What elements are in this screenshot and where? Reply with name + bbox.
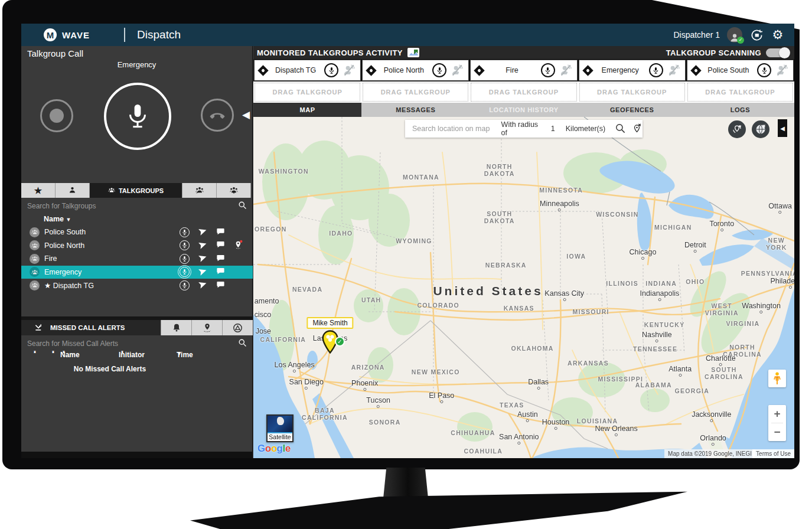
radius-unit-select[interactable]: Kilometer(s) (566, 125, 605, 133)
tab-area-talkgroups[interactable] (217, 183, 251, 198)
missed-call-column-headers: ▲▼ ▲▼ Name▲▼ Initiator▲▼ Time ▼ (21, 351, 253, 360)
search-icon[interactable] (238, 201, 247, 211)
tab-alerts[interactable] (161, 320, 191, 335)
monitored-talkgroup-card[interactable]: Fire (470, 60, 577, 81)
search-icon[interactable] (238, 338, 247, 349)
geofence-alert-icon[interactable] (234, 240, 243, 251)
presence-avatar[interactable]: ✓ (727, 27, 742, 43)
talkgroup-row[interactable]: ★ Dispatch TG (21, 279, 253, 292)
talkgroups-icon (108, 187, 115, 195)
city-label: Charlotte (706, 354, 736, 366)
listen-muted-icon[interactable] (559, 64, 572, 77)
map-search-bar[interactable]: Search location on map With radius of 1 … (405, 120, 643, 138)
card-mic-icon[interactable] (324, 63, 338, 77)
drag-talkgroup-dropzone[interactable]: DRAG TALKGROUP (687, 83, 793, 102)
message-talkgroup-icon[interactable] (216, 227, 225, 237)
card-mic-icon[interactable] (432, 63, 446, 77)
export-image-icon[interactable] (407, 48, 419, 57)
message-talkgroup-icon[interactable] (216, 240, 225, 250)
settings-gear-icon[interactable]: ⚙ (771, 28, 785, 42)
monitored-talkgroup-card[interactable]: Emergency (579, 60, 686, 81)
message-talkgroup-icon[interactable] (216, 267, 225, 277)
tab-map[interactable]: MAP (253, 103, 361, 117)
drag-talkgroup-dropzone[interactable]: DRAG TALKGROUP (579, 83, 685, 102)
monitored-talkgroup-card[interactable]: Police South (687, 60, 794, 81)
state-label: ARIZONA (351, 364, 385, 371)
state-label: CHIHUAHUA (451, 429, 495, 436)
drag-talkgroup-dropzone[interactable]: DRAG TALKGROUP (471, 83, 576, 102)
push-to-talk-button[interactable] (104, 83, 171, 150)
talkgroup-mic-icon[interactable] (180, 227, 190, 237)
tab-contacts[interactable] (56, 183, 90, 198)
tab-location-alerts[interactable] (191, 320, 222, 335)
clear-pin-icon[interactable] (631, 123, 643, 135)
talkgroup-mic-icon[interactable] (180, 267, 190, 277)
collapse-map-panel-arrow[interactable]: ◀ (778, 119, 787, 137)
state-label: IDAHO (329, 230, 353, 237)
locate-talkgroup-icon[interactable] (198, 280, 207, 290)
zoom-out-button[interactable]: − (768, 423, 786, 441)
city-dot (656, 339, 658, 342)
monitored-talkgroup-name: Dispatch TG (267, 66, 324, 74)
state-label: GEORGIA (675, 387, 710, 394)
message-talkgroup-icon[interactable] (216, 280, 225, 290)
listen-muted-icon[interactable] (775, 64, 788, 77)
restore-layout-icon[interactable] (749, 28, 764, 42)
clear-map-button[interactable] (752, 120, 769, 138)
talkgroup-search-placeholder: Search for Talkgroups (27, 202, 96, 210)
record-call-button[interactable] (40, 99, 73, 132)
terms-of-use-link[interactable]: Terms of Use (752, 449, 794, 458)
city-name: El Paso (429, 391, 454, 400)
tab-talkgroups[interactable]: TALKGROUPS (90, 183, 182, 198)
marker-label[interactable]: Mike Smith (306, 317, 353, 329)
drag-talkgroup-dropzone[interactable]: DRAG TALKGROUP (255, 83, 360, 102)
monitored-talkgroup-card[interactable]: Dispatch TG (254, 60, 361, 81)
locate-talkgroup-icon[interactable] (198, 240, 207, 251)
tab-location-history[interactable]: LOCATION HISTORY (469, 103, 578, 117)
listen-muted-icon[interactable] (451, 64, 464, 77)
talkgroup-scanning-toggle[interactable] (766, 48, 790, 57)
collapse-call-panel-arrow[interactable]: ◀ (242, 109, 250, 121)
tab-emergency-alerts[interactable] (222, 320, 253, 335)
street-view-pegman-button[interactable] (768, 370, 786, 387)
map-search-icon[interactable] (615, 123, 626, 135)
talkgroup-row[interactable]: Fire (21, 252, 253, 266)
end-call-button[interactable] (201, 99, 234, 132)
missed-call-search-input[interactable]: Search for Missed Call Alerts (21, 337, 253, 351)
listen-muted-icon[interactable] (343, 64, 356, 77)
drag-talkgroup-dropzone[interactable]: DRAG TALKGROUP (363, 83, 468, 102)
talkgroup-row[interactable]: Emergency (21, 266, 253, 279)
clear-located-users-button[interactable] (728, 120, 746, 138)
talkgroup-mic-icon[interactable] (180, 280, 190, 290)
locate-talkgroup-icon[interactable] (198, 227, 207, 237)
locate-talkgroup-icon[interactable] (198, 253, 207, 264)
card-mic-icon[interactable] (541, 63, 555, 77)
zoom-in-button[interactable]: + (768, 405, 786, 423)
talkgroup-row[interactable]: Police North (21, 239, 253, 253)
state-label: OHIO (686, 278, 705, 285)
message-talkgroup-icon[interactable] (216, 254, 225, 264)
tab-favorites[interactable]: ★ (21, 183, 56, 198)
talkgroup-search-input[interactable]: Search for Talkgroups (21, 199, 253, 213)
locate-talkgroup-icon[interactable] (198, 267, 207, 277)
tab-missed-call-alerts[interactable]: MISSED CALL ALERTS (21, 320, 161, 335)
talkgroup-mic-icon[interactable] (180, 240, 190, 250)
city-name: Kansas City (544, 289, 584, 298)
talkgroup-name-column-header[interactable]: Name ▼ (44, 215, 71, 223)
map-canvas[interactable]: WASHINGTONMONTANANORTH DAKOTAMINNESOTAOR… (253, 117, 794, 458)
tab-messages[interactable]: MESSAGES (361, 103, 469, 117)
card-mic-icon[interactable] (757, 63, 771, 77)
radius-value-input[interactable]: 1 (551, 125, 555, 133)
satellite-toggle-button[interactable]: Satellite (266, 414, 294, 442)
tab-logs[interactable]: LOGS (686, 103, 794, 117)
listen-muted-icon[interactable] (667, 64, 680, 77)
tab-geofences[interactable]: GEOFENCES (578, 103, 686, 117)
tab-broadcast-groups[interactable] (182, 183, 217, 198)
talkgroup-mic-icon[interactable] (180, 254, 190, 264)
card-mic-icon[interactable] (649, 63, 663, 77)
monitored-talkgroup-card[interactable]: Police North (362, 60, 469, 81)
talkgroup-row[interactable]: Police South (21, 226, 253, 239)
state-label: UTAH (361, 296, 381, 303)
microphone-icon (124, 103, 151, 130)
talkgroup-scanning-label: TALKGROUP SCANNING (666, 48, 761, 57)
